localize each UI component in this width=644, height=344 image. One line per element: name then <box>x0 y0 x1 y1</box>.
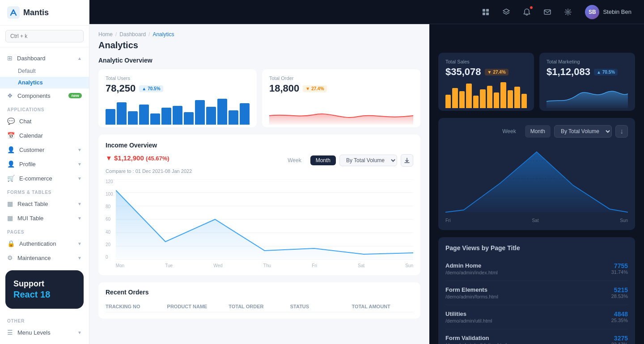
sidebar-item-customer[interactable]: 👤 Customer ▼ <box>0 143 89 157</box>
dark-week-btn[interactable]: Week <box>497 125 521 138</box>
breadcrumb-dashboard[interactable]: Dashboard <box>119 31 146 38</box>
page-views-title: Page Views by Page Title <box>445 244 628 252</box>
support-react-badge[interactable]: Support React 18 <box>5 270 84 309</box>
svg-rect-0 <box>7 6 20 19</box>
total-sales-badge: ▼ 27.4% <box>485 69 508 76</box>
sidebar-item-menu-levels[interactable]: ☰ Menu Levels ▼ <box>0 325 89 340</box>
download-btn[interactable] <box>401 154 413 167</box>
app-name: Mantis <box>23 8 49 17</box>
sidebar-item-ecommerce[interactable]: 🛒 E-commerce ▼ <box>0 171 89 185</box>
page-view-form-elements: Form Elements /demo/admin/forms.html 521… <box>445 281 628 305</box>
components-label: Components <box>17 92 51 99</box>
order-area-chart <box>269 98 413 125</box>
sidebar-sub-analytics[interactable]: Analytics <box>0 77 89 88</box>
settings-icon-btn[interactable] <box>561 5 575 19</box>
dark-income-chart <box>445 143 628 214</box>
stat-cards-light: Total Users 78,250 ▲ 70.5% <box>98 69 420 127</box>
notifications-icon-btn[interactable] <box>520 5 534 19</box>
income-controls: Week Month By Total Volume <box>282 154 413 167</box>
col-amount: TOTAL AMOUNT <box>352 304 413 309</box>
sidebar-item-maintenance[interactable]: ⚙ Maintenance ▼ <box>0 251 89 265</box>
svg-point-6 <box>567 11 569 13</box>
ecommerce-icon: 🛒 <box>7 175 15 182</box>
sidebar-item-mui-table[interactable]: ▦ MUI Table ▼ <box>0 211 89 225</box>
down-arrow-icon: ▼ <box>305 86 310 91</box>
new-badge: new <box>68 93 82 98</box>
svg-rect-5 <box>544 10 551 14</box>
breadcrumb-home[interactable]: Home <box>98 31 113 38</box>
sidebar-item-react-table[interactable]: ▦ React Table ▼ <box>0 197 89 211</box>
search-input[interactable] <box>5 30 84 42</box>
total-order-badge: ▼ 27.4% <box>303 85 326 92</box>
page-title: Analytics <box>98 40 420 50</box>
topbar-icons: SB Stebin Ben <box>479 3 635 21</box>
bar-8 <box>184 112 194 125</box>
notifications-icon <box>523 8 530 16</box>
analytic-overview-title: Analytic Overview <box>98 57 420 64</box>
bar-4 <box>139 105 149 125</box>
page-view-form-validation: Form Validation /demo/admin/validation.h… <box>445 329 628 344</box>
total-marketing-value: $1,12,083 <box>547 66 590 78</box>
month-btn[interactable]: Month <box>310 155 336 165</box>
breadcrumb-sep2: / <box>148 31 150 38</box>
table-header: TRACKING NO PRODUCT NAME TOTAL ORDER STA… <box>106 301 413 312</box>
sidebar-item-chat[interactable]: 💬 Chat <box>0 114 89 128</box>
apps-icon <box>482 8 489 16</box>
download-icon <box>404 158 410 163</box>
sidebar-item-profile[interactable]: 👤 Profile ▼ <box>0 157 89 171</box>
dark-download-btn[interactable]: ↓ <box>615 125 628 138</box>
svg-rect-1 <box>483 9 485 12</box>
gold-bar-1 <box>445 95 451 108</box>
dark-volume-select[interactable]: By Total Volume <box>554 125 612 138</box>
bar-6 <box>161 108 171 125</box>
dark-x-axis: Fri Sat Sun <box>445 218 628 223</box>
total-order-label: Total Order <box>269 76 413 81</box>
income-value: ▼ $1,12,900 (45.67%) <box>106 154 169 162</box>
x-axis: Mon Tue Wed Thu Fri Sat Sun <box>116 263 413 268</box>
week-btn[interactable]: Week <box>282 155 306 165</box>
volume-select[interactable]: By Total Volume <box>339 155 397 166</box>
sidebar-item-calendar[interactable]: 📅 Calendar <box>0 128 89 143</box>
income-header: ▼ $1,12,900 (45.67%) Week Month By Total… <box>106 154 413 167</box>
section-other: Other <box>0 314 89 325</box>
svg-rect-4 <box>486 13 489 15</box>
react-table-chevron: ▼ <box>77 201 82 206</box>
sidebar-item-dashboard[interactable]: ⊞ Dashboard ▲ <box>0 51 89 65</box>
dark-income-chart-card: Week Month By Total Volume ↓ <box>438 118 635 230</box>
recent-orders-card: Recent Orders TRACKING NO PRODUCT NAME T… <box>98 282 420 319</box>
user-menu[interactable]: SB Stebin Ben <box>581 3 635 21</box>
col-product: PRODUCT NAME <box>167 304 229 309</box>
bar-11 <box>217 99 227 125</box>
menu-icon: ☰ <box>7 329 13 336</box>
layers-icon-btn[interactable] <box>499 5 513 19</box>
gold-bar-11 <box>514 87 520 108</box>
recent-orders-title: Recent Orders <box>106 289 413 296</box>
content-left: Home / Dashboard / Analytics Analytics A… <box>89 24 429 344</box>
customer-icon: 👤 <box>7 146 15 153</box>
topbar: SB Stebin Ben <box>89 0 644 24</box>
col-status: STATUS <box>290 304 352 309</box>
total-order-value-row: 18,800 ▼ 27.4% <box>269 83 413 94</box>
sidebar-item-components[interactable]: ❖ Components new <box>0 88 89 103</box>
svg-rect-3 <box>483 13 485 15</box>
content-area: Home / Dashboard / Analytics Analytics A… <box>89 24 644 344</box>
sales-down-icon: ▼ <box>487 70 492 75</box>
bar-10 <box>206 107 216 125</box>
sidebar: Mantis ⊞ Dashboard ▲ Default Analytics ❖… <box>0 0 89 344</box>
mail-icon-btn[interactable] <box>540 5 555 19</box>
apps-icon-btn[interactable] <box>479 5 493 19</box>
auth-chevron: ▼ <box>77 241 82 246</box>
bar-3 <box>128 111 138 125</box>
sidebar-item-authentication[interactable]: 🔒 Authentication ▼ <box>0 236 89 251</box>
income-chart-area: 120 100 80 60 40 20 0 <box>106 179 413 268</box>
income-line-chart <box>116 179 413 260</box>
dark-month-btn[interactable]: Month <box>525 125 551 138</box>
total-users-badge: ▲ 70.5% <box>139 85 163 92</box>
sidebar-sub-default[interactable]: Default <box>0 65 89 77</box>
sidebar-logo[interactable]: Mantis <box>0 0 89 25</box>
support-badge-sub: React 18 <box>13 289 76 300</box>
total-marketing-value-row: $1,12,083 ▲ 70.5% <box>547 66 628 78</box>
settings-icon <box>564 8 572 16</box>
total-sales-label: Total Sales <box>445 59 527 64</box>
bar-1 <box>106 109 115 125</box>
